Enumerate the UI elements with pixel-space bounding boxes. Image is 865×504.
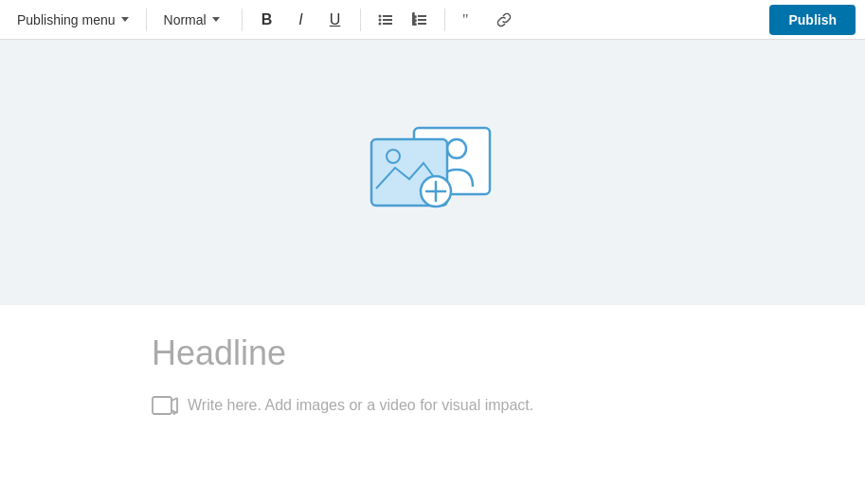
- svg-point-4: [378, 22, 381, 25]
- video-icon: [152, 396, 178, 415]
- link-button[interactable]: [489, 5, 519, 35]
- publishing-menu-chevron-icon: [121, 17, 129, 22]
- toolbar-divider-3: [360, 9, 361, 31]
- ordered-list-button[interactable]: 1. 2. 3.: [405, 5, 435, 35]
- publishing-menu[interactable]: Publishing menu: [9, 9, 136, 31]
- add-media-icon: [357, 120, 509, 225]
- underline-button[interactable]: U: [320, 5, 351, 35]
- toolbar: Publishing menu Normal B I U 1. 2. 3.: [0, 0, 865, 40]
- unordered-list-icon: [378, 12, 393, 27]
- svg-text:3.: 3.: [412, 20, 416, 26]
- format-select[interactable]: Normal: [156, 9, 232, 31]
- format-select-label: Normal: [164, 12, 207, 27]
- toolbar-divider-2: [242, 9, 243, 31]
- blockquote-button[interactable]: ": [455, 5, 485, 35]
- media-area[interactable]: [0, 40, 865, 305]
- content-area: Headline Write here. Add images or a vid…: [0, 305, 865, 434]
- italic-button[interactable]: I: [286, 5, 316, 35]
- placeholder-text[interactable]: Write here. Add images or a video for vi…: [188, 397, 533, 414]
- link-icon: [496, 12, 512, 27]
- placeholder-row[interactable]: Write here. Add images or a video for vi…: [152, 396, 713, 415]
- unordered-list-button[interactable]: [370, 5, 401, 35]
- publish-button[interactable]: Publish: [769, 5, 856, 35]
- bold-button[interactable]: B: [252, 5, 282, 35]
- format-select-chevron-icon: [212, 17, 220, 22]
- svg-rect-20: [153, 397, 171, 414]
- publishing-menu-label: Publishing menu: [17, 12, 116, 27]
- svg-point-0: [378, 14, 381, 17]
- ordered-list-icon: 1. 2. 3.: [412, 12, 427, 27]
- svg-point-2: [378, 18, 381, 21]
- svg-text:": ": [462, 12, 469, 27]
- blockquote-icon: ": [462, 12, 478, 27]
- toolbar-divider-1: [146, 9, 147, 31]
- toolbar-divider-4: [444, 9, 445, 31]
- headline[interactable]: Headline: [152, 333, 713, 373]
